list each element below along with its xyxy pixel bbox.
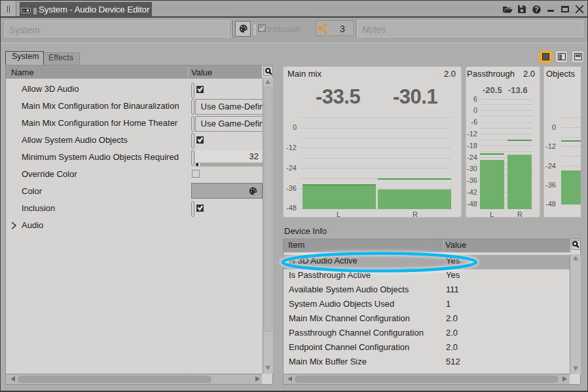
svg-text:?: ? — [534, 5, 538, 13]
